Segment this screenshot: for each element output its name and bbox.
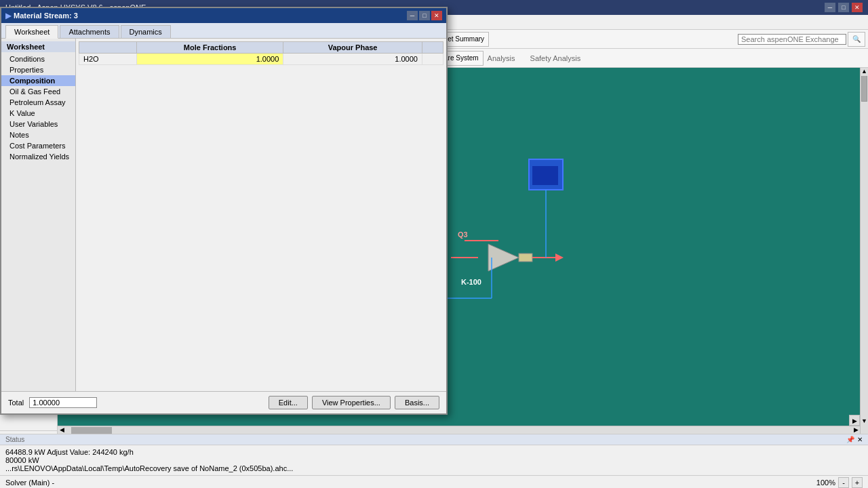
- modal-titlebar: ▶ Material Stream: 3 ─ □ ✕: [1, 8, 446, 23]
- col-extra: [422, 42, 443, 54]
- total-area: Total: [8, 397, 97, 408]
- scroll-right-btn[interactable]: ▶: [852, 426, 860, 434]
- sidebar-conditions[interactable]: Conditions: [1, 54, 75, 64]
- tab-attachments[interactable]: Attachments: [60, 25, 119, 38]
- sidebar-properties[interactable]: Properties: [1, 64, 75, 75]
- minimize-button[interactable]: ─: [825, 3, 835, 12]
- scroll-left-btn[interactable]: ◀: [58, 426, 66, 434]
- window-controls[interactable]: ─ □ ✕: [825, 3, 863, 12]
- compressor-body: [488, 244, 519, 271]
- composition-table: Mole Fractions Vapour Phase H2O 1.0000 1…: [79, 41, 443, 65]
- status-pin-btn[interactable]: 📌: [846, 436, 854, 443]
- status-top-bar: Status 📌 ✕: [0, 434, 868, 445]
- sidebar-petroleum-assay[interactable]: Petroleum Assay: [1, 97, 75, 108]
- modal-tabs: Worksheet Attachments Dynamics: [1, 23, 446, 39]
- search-button[interactable]: 🔍: [848, 32, 865, 47]
- analysis-label: Analysis: [488, 54, 515, 62]
- modal-footer: Total Edit... View Properties... Basis..…: [1, 391, 446, 413]
- material-stream-dialog: ▶ Material Stream: 3 ─ □ ✕ Worksheet Att…: [0, 7, 448, 415]
- canvas-scrollbar-v[interactable]: ▼ ▲: [860, 68, 868, 434]
- modal-table-area: Mole Fractions Vapour Phase H2O 1.0000 1…: [76, 39, 446, 391]
- scroll-thumb-h[interactable]: [71, 427, 112, 434]
- modal-sidebar: Worksheet Conditions Properties Composit…: [1, 39, 76, 391]
- col-vapour-phase: Vapour Phase: [283, 42, 422, 54]
- sidebar-normalized-yields[interactable]: Normalized Yields: [1, 151, 75, 162]
- cell-component: H2O: [79, 54, 137, 65]
- modal-maximize-btn[interactable]: □: [419, 11, 430, 20]
- scroll-up-btn[interactable]: ▲: [861, 68, 868, 76]
- search-area: 🔍: [738, 32, 865, 47]
- zoom-out-btn[interactable]: -: [838, 477, 849, 488]
- sidebar-user-variables[interactable]: User Variables: [1, 119, 75, 129]
- close-button[interactable]: ✕: [852, 3, 863, 12]
- q3-label: Q3: [458, 230, 468, 239]
- status-line-3: ...rs\LENOVO\AppData\Local\Temp\AutoReco…: [5, 464, 863, 472]
- canvas-scrollbar-h[interactable]: ▶ ◀: [58, 426, 860, 434]
- table-row: H2O 1.0000 1.0000: [79, 54, 443, 65]
- status-bar: Status 📌 ✕ 64488.9 kW Adjust Value: 2442…: [0, 434, 868, 488]
- modal-action-buttons: Edit... View Properties... Basis...: [269, 396, 439, 409]
- sidebar-cost-parameters[interactable]: Cost Parameters: [1, 140, 75, 151]
- sidebar-section-worksheet: Worksheet: [1, 41, 75, 52]
- modal-body: Worksheet Conditions Properties Composit…: [1, 39, 446, 391]
- maximize-button[interactable]: □: [838, 3, 849, 12]
- tab-worksheet[interactable]: Worksheet: [5, 25, 58, 39]
- expand-canvas-btn[interactable]: ▶: [849, 415, 860, 426]
- sidebar-k-value[interactable]: K Value: [1, 108, 75, 119]
- status-bottom-bar: Solver (Main) - 100% - +: [0, 475, 868, 488]
- cell-mole-fraction[interactable]: 1.0000: [137, 54, 283, 65]
- modal-window-controls[interactable]: ─ □ ✕: [407, 11, 442, 20]
- modal-minimize-btn[interactable]: ─: [407, 11, 418, 20]
- zoom-controls: 100% - +: [816, 477, 863, 488]
- status-log: 64488.9 kW Adjust Value: 244240 kg/h 800…: [0, 445, 868, 475]
- cell-vapour-phase: 1.0000: [283, 54, 422, 65]
- sidebar-composition[interactable]: Composition: [1, 75, 75, 86]
- svg-rect-5: [532, 166, 558, 185]
- modal-title-text: ▶ Material Stream: 3: [5, 12, 78, 20]
- status-line-2: 80000 kW: [5, 456, 863, 464]
- status-top-controls[interactable]: 📌 ✕: [846, 436, 863, 443]
- tab-dynamics[interactable]: Dynamics: [121, 25, 171, 38]
- view-properties-button[interactable]: View Properties...: [312, 396, 391, 409]
- svg-rect-3: [519, 253, 532, 262]
- scroll-down-btn[interactable]: ▼: [861, 418, 868, 426]
- sidebar-notes[interactable]: Notes: [1, 129, 75, 140]
- status-close-btn[interactable]: ✕: [857, 436, 863, 443]
- solver-status: Solver (Main) -: [5, 479, 54, 487]
- k100-label: K-100: [461, 278, 481, 286]
- zoom-level: 100%: [816, 479, 835, 487]
- zoom-in-btn[interactable]: +: [852, 477, 863, 488]
- edit-button[interactable]: Edit...: [269, 396, 308, 409]
- col-mole-fractions: Mole Fractions: [137, 42, 283, 54]
- cell-empty: [422, 54, 443, 65]
- total-label: Total: [8, 399, 24, 407]
- sidebar-oil-gas-feed[interactable]: Oil & Gas Feed: [1, 86, 75, 97]
- safety-analysis-label: Safety Analysis: [530, 54, 581, 62]
- basis-button[interactable]: Basis...: [395, 396, 439, 409]
- status-line-1: 64488.9 kW Adjust Value: 244240 kg/h: [5, 448, 863, 456]
- modal-close-btn[interactable]: ✕: [431, 11, 442, 20]
- total-value-input[interactable]: [29, 397, 97, 408]
- scroll-thumb-v[interactable]: [861, 75, 867, 102]
- status-top-label: Status: [5, 436, 24, 443]
- search-input[interactable]: [738, 34, 846, 45]
- col-component: [79, 42, 137, 54]
